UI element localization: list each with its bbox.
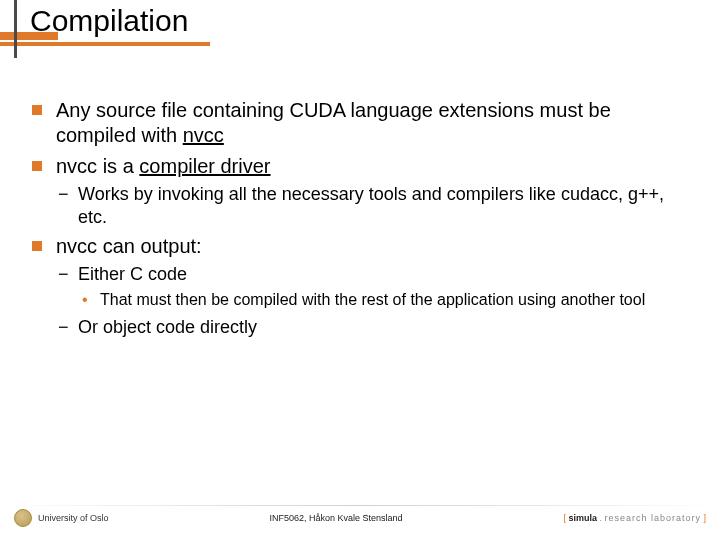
bullet-3: nvcc can output: Either C code That must… xyxy=(56,234,688,339)
bullet-3-text: nvcc can output: xyxy=(56,235,202,257)
footer-bracket-close: ] xyxy=(701,513,706,523)
bullet-2-pre: nvcc is a xyxy=(56,155,139,177)
bullet-1: Any source file containing CUDA language… xyxy=(56,98,688,148)
bullet-2: nvcc is a compiler driver Works by invok… xyxy=(56,154,688,228)
footer-lab: research laboratory xyxy=(604,513,701,523)
slide-body: Any source file containing CUDA language… xyxy=(0,38,720,339)
bullet-3-sub-1: Either C code That must then be compiled… xyxy=(78,263,688,310)
bullet-3-sub-2: Or object code directly xyxy=(78,316,688,339)
bullet-3-sub-1-sub-1: That must then be compiled with the rest… xyxy=(100,290,688,311)
accent-bar-vertical xyxy=(14,0,17,58)
footer-left-text: University of Oslo xyxy=(38,513,109,523)
slide-title: Compilation xyxy=(30,4,720,38)
slide-footer: University of Oslo INF5062, Håkon Kvale … xyxy=(0,504,720,532)
bullet-1-underline: nvcc xyxy=(183,124,224,146)
bullet-2-underline: compiler driver xyxy=(139,155,270,177)
footer-simula: simula xyxy=(568,513,597,523)
bullet-3-sub-1-text: Either C code xyxy=(78,264,187,284)
footer-center-text: INF5062, Håkon Kvale Stensland xyxy=(109,513,564,523)
accent-bar-thin xyxy=(0,42,210,46)
bullet-2-sub-1: Works by invoking all the necessary tool… xyxy=(78,183,688,228)
slide-title-area: Compilation xyxy=(0,0,720,38)
footer-right: [ simula . research laboratory ] xyxy=(563,513,706,523)
footer-left: University of Oslo xyxy=(14,509,109,527)
university-seal-icon xyxy=(14,509,32,527)
bullet-1-text: Any source file containing CUDA language… xyxy=(56,99,611,146)
